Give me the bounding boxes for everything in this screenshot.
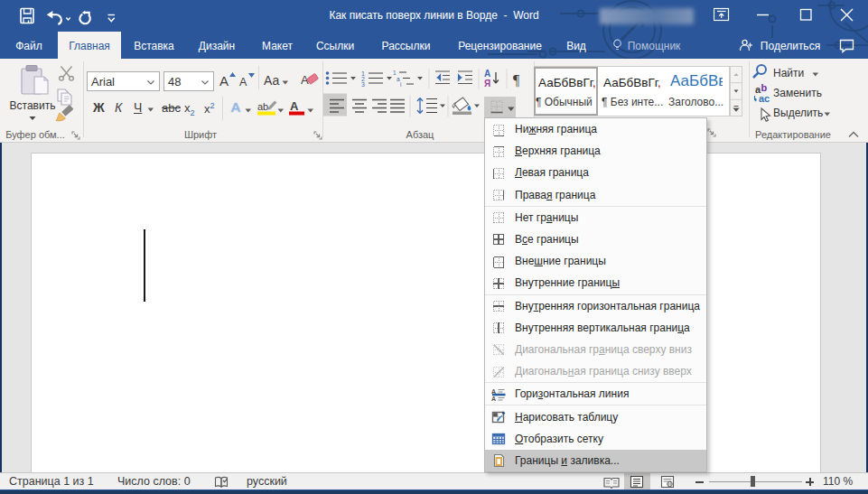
svg-text:ab: ab	[257, 101, 268, 112]
svg-text:ac: ac	[759, 93, 770, 104]
svg-text:b: b	[761, 82, 768, 93]
svg-text:A: A	[491, 387, 496, 394]
svg-text:А: А	[290, 99, 299, 113]
svg-text:A: A	[491, 396, 496, 402]
svg-text:i: i	[400, 81, 401, 88]
svg-text:Я: Я	[484, 79, 490, 89]
svg-text:А: А	[484, 69, 490, 79]
svg-text:¶: ¶	[513, 72, 520, 88]
svg-text:3: 3	[361, 81, 365, 88]
